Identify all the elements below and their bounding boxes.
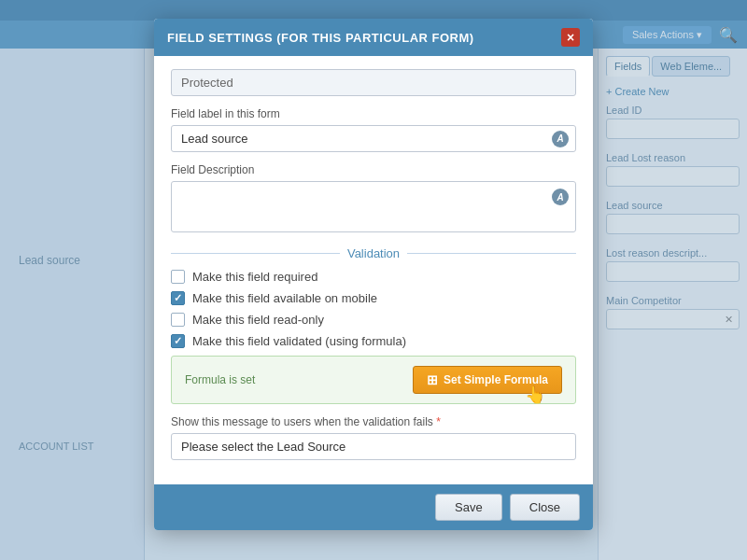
field-label-input-wrapper: A	[171, 125, 576, 152]
field-description-translate-icon: A	[552, 189, 569, 205]
checkbox-required-row: Make this field required	[171, 270, 576, 284]
formula-btn-wrapper: ⊞ Set Simple Formula 👆	[413, 366, 562, 394]
modal-header: FIELD SETTINGS (FOR THIS PARTICULAR FORM…	[154, 19, 593, 56]
validation-message-label-text: Show this message to users when the vali…	[171, 415, 433, 428]
protected-field-input[interactable]	[171, 69, 576, 96]
field-label-label: Field label in this form	[171, 107, 576, 120]
validation-header-label: Validation	[347, 246, 400, 260]
checkbox-validated-row: ✓ Make this field validated (using formu…	[171, 334, 576, 348]
checkbox-validated-input[interactable]: ✓	[171, 334, 185, 348]
checkbox-readonly-row: Make this field read-only	[171, 313, 576, 327]
validation-header-line-right	[407, 253, 576, 254]
validation-header-line-left	[171, 253, 340, 254]
checkbox-mobile-checkmark: ✓	[174, 292, 182, 304]
checkbox-mobile-input[interactable]: ✓	[171, 291, 185, 305]
modal-close-x-button[interactable]: ×	[561, 28, 580, 47]
checkbox-readonly-input[interactable]	[171, 313, 185, 327]
checkbox-readonly-label: Make this field read-only	[192, 313, 324, 327]
field-description-wrapper: A	[171, 181, 576, 235]
cursor-hand-icon: 👆	[525, 385, 545, 405]
modal-body: Field label in this form A Field Descrip…	[154, 56, 593, 484]
checkbox-mobile-row: ✓ Make this field available on mobile	[171, 291, 576, 305]
required-star: *	[436, 415, 441, 428]
modal-footer: Save Close	[154, 484, 593, 530]
field-label-input[interactable]	[171, 125, 576, 152]
formula-is-set-label: Formula is set	[185, 373, 255, 386]
checkbox-required-label: Make this field required	[192, 270, 317, 284]
field-description-textarea[interactable]	[171, 181, 576, 232]
validation-message-input[interactable]	[171, 433, 576, 460]
validation-section: Validation Make this field required ✓ Ma…	[171, 246, 576, 460]
field-description-group: Field Description A	[171, 163, 576, 235]
field-label-translate-icon: A	[552, 131, 569, 147]
modal-title: FIELD SETTINGS (FOR THIS PARTICULAR FORM…	[167, 31, 474, 45]
modal-backdrop: FIELD SETTINGS (FOR THIS PARTICULAR FORM…	[0, 0, 747, 560]
validation-header: Validation	[171, 246, 576, 260]
validation-message-label: Show this message to users when the vali…	[171, 415, 576, 428]
formula-box: Formula is set ⊞ Set Simple Formula 👆	[171, 356, 576, 404]
save-button[interactable]: Save	[435, 494, 502, 521]
checkbox-mobile-label: Make this field available on mobile	[192, 291, 377, 305]
field-settings-modal: FIELD SETTINGS (FOR THIS PARTICULAR FORM…	[154, 19, 593, 530]
formula-grid-icon: ⊞	[427, 372, 438, 387]
checkbox-validated-label: Make this field validated (using formula…	[192, 334, 406, 348]
protected-field-group	[171, 69, 576, 96]
field-label-group: Field label in this form A	[171, 107, 576, 152]
close-button[interactable]: Close	[510, 494, 580, 521]
checkbox-validated-checkmark: ✓	[174, 335, 182, 347]
validation-message-group: Show this message to users when the vali…	[171, 415, 576, 460]
field-description-label: Field Description	[171, 163, 576, 176]
checkbox-required-input[interactable]	[171, 270, 185, 284]
